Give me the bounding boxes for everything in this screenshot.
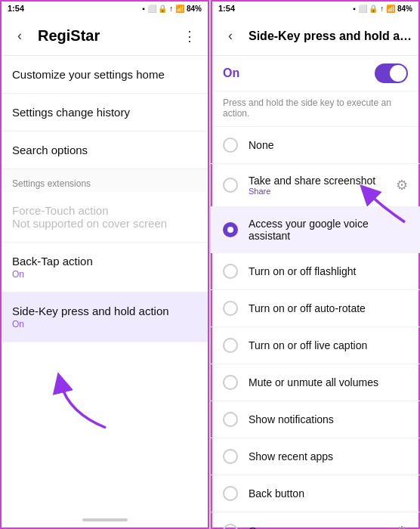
radio-sub-screenshot: Share — [249, 187, 390, 196]
radio-label-recentapps: Show recent apps — [249, 450, 408, 462]
app-bar-left: ‹ RegiStar ⋮ — [0, 17, 209, 56]
gear-icon-openapp[interactable]: ⚙ — [396, 523, 408, 529]
radio-item-mute[interactable]: Mute or unmute all volumes — [211, 364, 420, 401]
toggle-label: On — [223, 67, 375, 80]
radio-label-screenshot: Take and share screenshot — [249, 175, 390, 187]
radio-label-livecaption: Turn on or off live caption — [249, 339, 408, 351]
radio-options-list: None Take and share screenshot Share ⚙ A… — [211, 127, 420, 529]
menu-item-history[interactable]: Settings change history — [0, 94, 209, 131]
radio-circle-recentapps — [223, 449, 238, 464]
left-panel: 1:54 ▪ ⬜ 🔒 ↑ 📶 84% ‹ RegiStar ⋮ Customiz… — [0, 0, 210, 529]
radio-circle-autorotate — [223, 301, 238, 316]
menu-item-search[interactable]: Search options — [0, 131, 209, 169]
radio-item-openapp[interactable]: Open app ⚙ — [211, 512, 420, 529]
radio-item-google-voice[interactable]: Access your google voice assistant — [211, 207, 420, 253]
radio-item-none[interactable]: None — [211, 127, 420, 164]
menu-item-side-key[interactable]: Side-Key press and hold action On — [0, 292, 209, 342]
right-panel-title: Side-Key press and hold acti... — [249, 29, 412, 43]
more-menu-button[interactable]: ⋮ — [178, 24, 202, 48]
radio-circle-backbutton — [223, 486, 238, 501]
status-bar-right: 1:54 ▪ ⬜ 🔒 ↑ 📶 84% — [211, 0, 420, 17]
radio-item-screenshot[interactable]: Take and share screenshot Share ⚙ — [211, 164, 420, 207]
radio-item-notifications[interactable]: Show notifications — [211, 401, 420, 438]
app-title: RegiStar — [38, 27, 178, 45]
radio-label-flashlight: Turn on or off flashlight — [249, 265, 408, 277]
radio-circle-none — [223, 138, 238, 153]
radio-item-recentapps[interactable]: Show recent apps — [211, 438, 420, 475]
radio-circle-notifications — [223, 412, 238, 427]
radio-item-backbutton[interactable]: Back button — [211, 475, 420, 512]
arrow-svg-left — [45, 367, 128, 435]
radio-label-none: None — [249, 139, 408, 151]
radio-item-livecaption[interactable]: Turn on or off live caption — [211, 327, 420, 364]
status-bar-left: 1:54 ▪ ⬜ 🔒 ↑ 📶 84% — [0, 0, 209, 17]
menu-item-customize[interactable]: Customize your settings home — [0, 56, 209, 94]
hint-text: Press and hold the side key to execute a… — [211, 91, 420, 127]
menu-item-back-tap[interactable]: Back-Tap action On — [0, 243, 209, 292]
radio-circle-google-voice — [223, 222, 238, 237]
gear-icon-screenshot[interactable]: ⚙ — [396, 177, 408, 193]
app-bar-right: ‹ Side-Key press and hold acti... — [211, 17, 420, 56]
toggle-switch[interactable] — [375, 63, 408, 83]
back-button-left[interactable]: ‹ — [8, 24, 32, 48]
radio-item-flashlight[interactable]: Turn on or off flashlight — [211, 253, 420, 290]
radio-label-autorotate: Turn on or off auto-rotate — [249, 302, 408, 314]
toggle-row: On — [211, 56, 420, 91]
status-time-left: 1:54 — [8, 4, 24, 13]
status-icons-left: ▪ ⬜ 🔒 ↑ 📶 84% — [142, 5, 202, 13]
radio-circle-livecaption — [223, 338, 238, 353]
back-button-right[interactable]: ‹ — [218, 24, 242, 48]
radio-circle-mute — [223, 375, 238, 390]
section-label-extensions: Settings extensions — [0, 169, 209, 192]
radio-circle-flashlight — [223, 264, 238, 279]
radio-label-google-voice: Access your google voice assistant — [249, 218, 408, 242]
radio-circle-screenshot — [223, 178, 238, 193]
status-icons-right: ▪ ⬜ 🔒 ↑ 📶 84% — [353, 5, 412, 13]
arrow-annotation-left — [45, 367, 128, 438]
right-panel: 1:54 ▪ ⬜ 🔒 ↑ 📶 84% ‹ Side-Key press and … — [210, 0, 420, 529]
radio-label-backbutton: Back button — [249, 487, 408, 500]
radio-text-wrap-screenshot: Take and share screenshot Share — [249, 175, 390, 196]
radio-label-openapp: Open app — [249, 525, 390, 529]
scroll-indicator-left — [82, 518, 128, 521]
status-time-right: 1:54 — [218, 4, 235, 13]
radio-label-mute: Mute or unmute all volumes — [249, 376, 408, 388]
radio-item-autorotate[interactable]: Turn on or off auto-rotate — [211, 290, 420, 327]
menu-item-force-touch: Force-Touch action Not supported on cove… — [0, 192, 209, 243]
radio-label-notifications: Show notifications — [249, 413, 408, 425]
radio-circle-openapp — [223, 524, 238, 529]
